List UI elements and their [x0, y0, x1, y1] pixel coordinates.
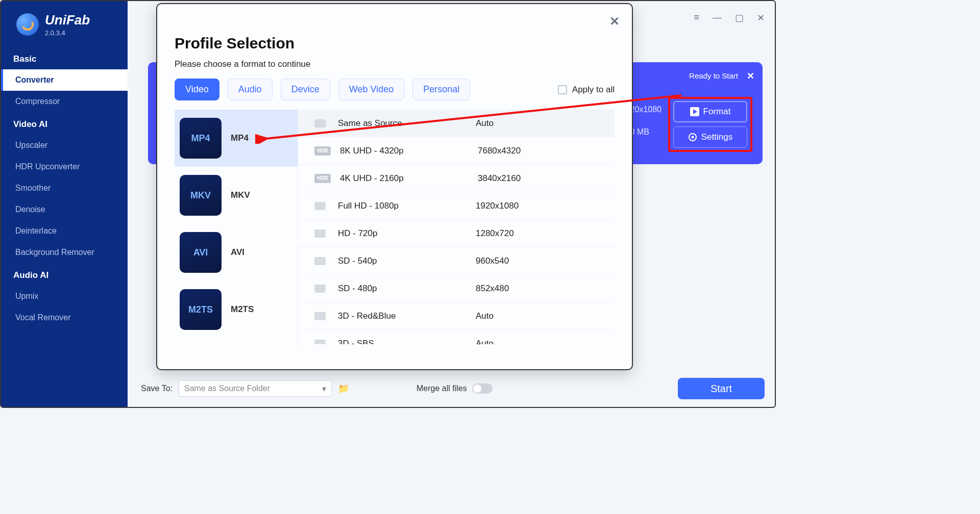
sidebar-item-converter[interactable]: Converter	[1, 69, 128, 91]
modal-tabs: VideoAudioDeviceWeb VideoPersonal Apply …	[175, 79, 615, 100]
profile-name: 3D - SBS	[338, 339, 476, 345]
gear-icon	[688, 133, 697, 142]
nav-group-video-ai: Video AI	[1, 112, 128, 135]
profile-resolution: Auto	[476, 118, 494, 128]
profile-row[interactable]: HDR4K UHD - 2160p3840x2160	[298, 165, 615, 192]
profile-row[interactable]: HDR8K UHD - 4320p7680x4320	[298, 137, 615, 165]
profile-name: 4K UHD - 2160p	[340, 173, 478, 184]
profile-resolution: 1280x720	[476, 228, 514, 239]
profile-row[interactable]: 3D - Red&BlueAuto	[298, 302, 615, 330]
tab-device[interactable]: Device	[281, 79, 330, 100]
tab-web-video[interactable]: Web Video	[338, 79, 404, 100]
profile-name: Full HD - 1080p	[338, 201, 476, 211]
format-list[interactable]: MP4MP4MKVMKVAVIAVIM2TSM2TSTSTS	[175, 110, 298, 344]
svg-point-2	[691, 136, 694, 139]
content-area: Ready to Start ✕ 920x1080 00 MB Format S…	[128, 1, 775, 407]
format-item-ts[interactable]: TSTS	[175, 338, 298, 344]
camera-icon	[314, 257, 326, 265]
sidebar-item-deinterlace[interactable]: Deinterlace	[1, 220, 128, 242]
sidebar-item-background-remover[interactable]: Background Remover	[1, 242, 128, 263]
start-button[interactable]: Start	[678, 378, 765, 399]
sidebar: UniFab 2.0.3.4 BasicConverterCompressorV…	[1, 1, 128, 407]
app-logo-area: UniFab 2.0.3.4	[1, 1, 128, 42]
chevron-down-icon: ▾	[322, 384, 326, 394]
apply-to-all-label: Apply to all	[572, 85, 615, 95]
sidebar-item-compressor[interactable]: Compressor	[1, 91, 128, 112]
profile-resolution: 960x540	[476, 256, 509, 266]
profile-name: Same as Source	[338, 118, 476, 128]
sidebar-item-vocal-remover[interactable]: Vocal Remover	[1, 307, 128, 328]
profile-row[interactable]: SD - 480p852x480	[298, 275, 615, 302]
folder-icon[interactable]: 📁	[338, 383, 349, 394]
merge-toggle[interactable]	[472, 383, 493, 394]
hdr-badge: HDR	[314, 146, 331, 156]
format-label: M2TS	[231, 304, 254, 315]
format-item-avi[interactable]: AVIAVI	[175, 224, 298, 281]
settings-button[interactable]: Settings	[673, 126, 747, 148]
profile-resolution: Auto	[476, 339, 494, 345]
profile-resolution: 3840x2160	[478, 173, 521, 184]
camera-icon	[314, 202, 326, 210]
format-item-mkv[interactable]: MKVMKV	[175, 167, 298, 224]
tab-audio[interactable]: Audio	[228, 79, 273, 100]
format-label: AVI	[231, 247, 244, 258]
profile-name: 3D - Red&Blue	[338, 311, 476, 321]
sidebar-item-upscaler[interactable]: Upscaler	[1, 135, 128, 156]
sidebar-item-denoise[interactable]: Denoise	[1, 199, 128, 220]
format-button[interactable]: Format	[673, 101, 747, 122]
profile-row[interactable]: HD - 720p1280x720	[298, 220, 615, 247]
modal-subtitle: Please choose a format to continue	[175, 59, 615, 69]
format-item-m2ts[interactable]: M2TSM2TS	[175, 281, 298, 338]
format-item-mp4[interactable]: MP4MP4	[175, 110, 298, 167]
apply-to-all[interactable]: Apply to all	[558, 85, 615, 95]
app-name: UniFab	[45, 12, 90, 28]
profile-row[interactable]: Full HD - 1080p1920x1080	[298, 192, 615, 220]
profile-row[interactable]: Same as SourceAuto	[298, 110, 615, 137]
task-close-icon[interactable]: ✕	[747, 70, 754, 82]
sidebar-item-hdr-upconverter[interactable]: HDR Upconverter	[1, 156, 128, 177]
camera-icon	[314, 340, 326, 345]
profile-resolution: 7680x4320	[478, 146, 521, 156]
app-logo-icon	[16, 13, 39, 36]
profile-name: SD - 480p	[338, 284, 476, 294]
camera-icon	[314, 285, 326, 293]
nav-group-basic: Basic	[1, 47, 128, 69]
bottom-bar: Save To: Same as Source Folder ▾ 📁 Merge…	[141, 378, 765, 399]
format-settings-panel: Format Settings	[668, 97, 752, 152]
nav-group-audio-ai: Audio AI	[1, 263, 128, 286]
profile-name: SD - 540p	[338, 256, 476, 266]
format-thumb-icon: MKV	[180, 175, 222, 216]
saveto-dropdown[interactable]: Same as Source Folder ▾	[179, 380, 332, 397]
tab-personal[interactable]: Personal	[412, 79, 470, 100]
merge-label: Merge all files	[416, 384, 467, 393]
app-version: 2.0.3.4	[45, 29, 90, 37]
profile-resolution: 1920x1080	[476, 201, 519, 211]
profile-selection-modal: ✕ Profile Selection Please choose a form…	[156, 3, 633, 370]
profile-resolution: Auto	[476, 311, 494, 321]
modal-title: Profile Selection	[175, 35, 615, 52]
format-label: MP4	[231, 133, 249, 143]
format-thumb-icon: M2TS	[180, 289, 222, 330]
modal-close-icon[interactable]: ✕	[609, 14, 620, 29]
saveto-label: Save To:	[141, 384, 173, 393]
camera-icon	[314, 312, 326, 320]
camera-icon	[314, 119, 326, 127]
camera-icon	[314, 229, 326, 238]
format-thumb-icon: MP4	[180, 118, 222, 159]
format-thumb-icon: AVI	[180, 232, 222, 273]
profile-list[interactable]: Same as SourceAutoHDR8K UHD - 4320p7680x…	[298, 110, 615, 344]
profile-name: HD - 720p	[338, 228, 476, 239]
format-button-label: Format	[703, 107, 731, 117]
profile-row[interactable]: SD - 540p960x540	[298, 247, 615, 275]
task-status: Ready to Start	[689, 71, 738, 80]
sidebar-item-smoother[interactable]: Smoother	[1, 177, 128, 199]
hdr-badge: HDR	[314, 174, 331, 183]
profile-resolution: 852x480	[476, 284, 509, 294]
profile-row[interactable]: 3D - SBSAuto	[298, 330, 615, 344]
sidebar-item-upmix[interactable]: Upmix	[1, 286, 128, 307]
profile-name: 8K UHD - 4320p	[340, 146, 478, 156]
sidebar-nav: BasicConverterCompressorVideo AIUpscaler…	[1, 47, 128, 328]
saveto-value: Same as Source Folder	[184, 384, 270, 393]
tab-video[interactable]: Video	[175, 79, 219, 100]
apply-to-all-checkbox[interactable]	[558, 85, 567, 94]
